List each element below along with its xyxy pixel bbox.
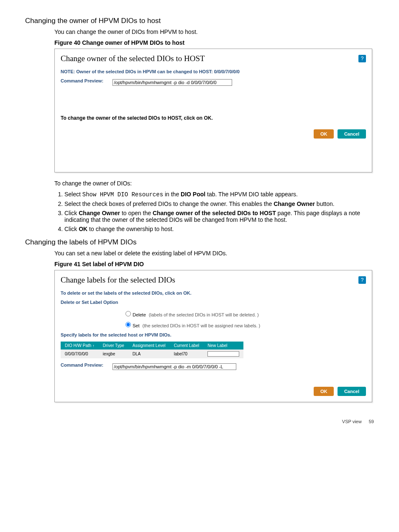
cancel-button[interactable]: Cancel [338, 129, 366, 139]
col-new-label[interactable]: New Label [203, 342, 243, 350]
footer-section: VSP view [342, 419, 362, 424]
command-preview-label-2: Command Preview: [61, 362, 111, 368]
col-hw-path[interactable]: DIO H/W Path↑ [61, 342, 99, 350]
cancel-button[interactable]: Cancel [338, 387, 366, 396]
command-preview-input-2[interactable] [113, 363, 236, 370]
step-3: Click Change Owner to open the Change ow… [64, 210, 374, 223]
button-row-2: OK Cancel [61, 387, 366, 396]
set-radio[interactable] [125, 322, 131, 327]
sort-arrow-icon: ↑ [92, 344, 95, 348]
figure-41-box: Change labels for the selected DIOs ? To… [54, 270, 372, 402]
cell-driver: iexgbe [99, 350, 128, 358]
steps-list: Select Show HPVM DIO Resources in the DI… [54, 191, 374, 232]
instruction-top: To delete or set the labels of the selec… [61, 290, 366, 296]
new-label-input[interactable] [207, 351, 239, 357]
help-icon[interactable]: ? [358, 55, 366, 62]
footer-page-number: 59 [369, 419, 374, 424]
figure-41-caption: Figure 41 Set label of HPVM DIO [54, 261, 374, 267]
step-2: Select the check boxes of preferred DIOs… [64, 200, 374, 207]
section-heading-change-labels: Changing the labels of HPVM DIOs [25, 238, 374, 247]
dio-table: DIO H/W Path↑ Driver Type Assignment Lev… [61, 342, 243, 358]
cell-current: label70 [170, 350, 204, 358]
intro-text-2: You can set a new label or delete the ex… [54, 250, 374, 257]
section-heading-change-owner: Changing the owner of HPVM DIOs to host [25, 17, 374, 25]
set-radio-row: Set (the selected DIOs in HOST will be a… [123, 321, 366, 328]
figure-40-caption: Figure 40 Change owner of HPVM DIOs to h… [54, 39, 374, 46]
button-row: OK Cancel [61, 129, 366, 139]
page-footer: VSP view 59 [25, 419, 374, 424]
cell-assign: DLA [128, 350, 170, 358]
cell-hw-path: 0/0/0/7/0/0/0 [61, 350, 99, 358]
cell-new-label [203, 350, 243, 358]
instruction-text: To change the owner of the selected DIOs… [61, 115, 366, 121]
help-icon[interactable]: ? [358, 276, 366, 284]
step-1: Select Show HPVM DIO Resources in the DI… [64, 191, 374, 198]
col-assignment-level[interactable]: Assignment Level [128, 342, 170, 350]
command-preview-label: Command Preview: [61, 78, 111, 83]
ok-button[interactable]: OK [314, 387, 334, 396]
table-row: 0/0/0/7/0/0/0 iexgbe DLA label70 [61, 350, 243, 358]
note-text: NOTE: Owner of the selected DIOs in HPVM… [61, 69, 366, 74]
dialog-title-2: Change labels for the selected DIOs [61, 275, 175, 285]
command-preview-input[interactable] [113, 79, 232, 86]
delete-set-option-label: Delete or Set Label Option [61, 300, 123, 305]
dialog-title: Change owner of the selected DIOs to HOS… [61, 54, 205, 63]
ok-button[interactable]: OK [314, 129, 334, 139]
step-4: Click OK to change the ownership to host… [64, 226, 374, 232]
steps-intro: To change the owner of DIOs: [54, 180, 374, 187]
col-driver-type[interactable]: Driver Type [99, 342, 128, 350]
specify-labels-text: Specify labels for the selected host or … [61, 332, 366, 337]
figure-40-box: Change owner of the selected DIOs to HOS… [54, 49, 372, 172]
intro-text: You can change the owner of DIOs from HP… [54, 28, 374, 35]
delete-radio-row: Delete (labels of the selected DIOs in H… [123, 310, 366, 317]
delete-radio[interactable] [125, 311, 131, 316]
col-current-label[interactable]: Current Label [170, 342, 204, 350]
